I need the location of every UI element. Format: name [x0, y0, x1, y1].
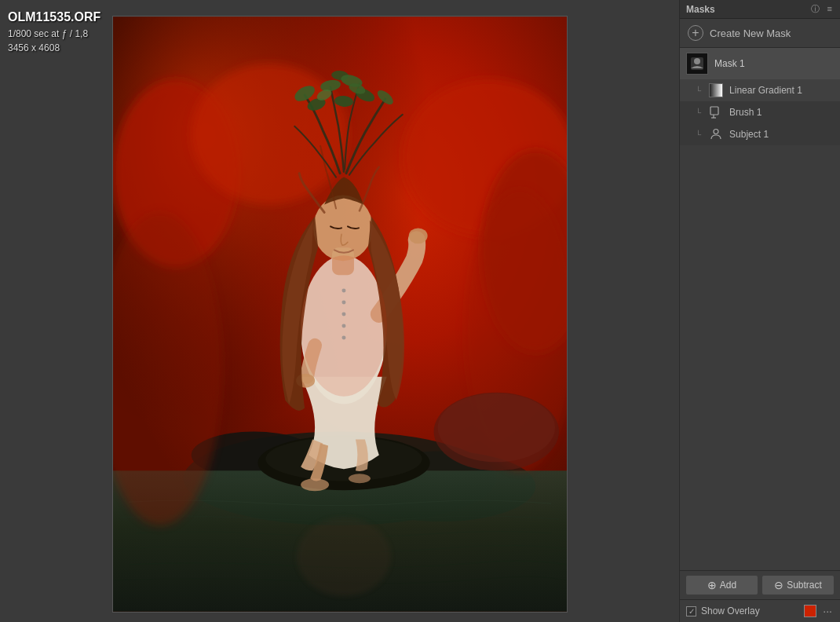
create-mask-bar: + Create New Mask: [680, 19, 840, 48]
photo-container: [0, 0, 679, 622]
svg-point-15: [348, 474, 370, 483]
overlay-color-swatch[interactable]: [804, 605, 816, 617]
panel-header-icons: ⓘ ≡: [809, 5, 834, 13]
create-new-mask-button[interactable]: +: [688, 25, 703, 41]
show-overlay-label: Show Overlay: [701, 606, 799, 617]
svg-point-14: [301, 478, 329, 491]
info-icon-button[interactable]: ⓘ: [809, 5, 821, 13]
subtract-button[interactable]: ⊖ Subtract: [762, 576, 834, 595]
filename: OLM11535.ORF: [8, 8, 100, 27]
svg-point-10: [297, 518, 391, 596]
subtract-icon: ⊖: [774, 579, 783, 591]
brush-label: Brush 1: [729, 107, 761, 118]
subtract-label: Subtract: [787, 580, 822, 591]
svg-point-32: [341, 301, 345, 305]
add-label: Add: [720, 580, 736, 591]
dimensions: 3456 x 4608: [8, 41, 100, 55]
show-overlay-checkbox[interactable]: ✓: [686, 606, 696, 617]
mask-1-label: Mask 1: [714, 58, 834, 69]
create-new-mask-label: Create New Mask: [710, 27, 791, 39]
mask-list: Mask 1 └ Linear Gradient 1 └ Brush 1 └: [680, 48, 840, 570]
expand-icon-button[interactable]: ≡: [826, 5, 834, 13]
show-overlay-bar: ✓ Show Overlay ···: [680, 599, 840, 622]
subject-1-item[interactable]: └ Subject 1: [680, 123, 840, 145]
add-button[interactable]: ⊕ Add: [686, 576, 758, 595]
plus-icon: +: [692, 27, 699, 39]
linear-gradient-icon: [709, 83, 723, 97]
linear-gradient-1-item[interactable]: └ Linear Gradient 1: [680, 79, 840, 101]
svg-point-41: [694, 58, 700, 64]
svg-point-45: [714, 130, 718, 134]
branch-icon-brush: └: [696, 108, 701, 117]
mask-actions-bar: ⊕ Add ⊖ Subtract: [680, 570, 840, 599]
svg-point-35: [341, 335, 345, 339]
photo-svg: [113, 16, 567, 612]
overlay-options-button[interactable]: ···: [821, 605, 834, 617]
exposure: 1/800 sec at ƒ / 1,8: [8, 27, 100, 41]
svg-point-31: [341, 289, 345, 293]
photo-canvas: [112, 16, 568, 613]
svg-point-19: [313, 196, 373, 262]
add-icon: ⊕: [707, 579, 717, 591]
mask-1-item[interactable]: Mask 1: [680, 48, 840, 79]
panel-title: Masks: [686, 4, 715, 15]
svg-rect-42: [710, 107, 718, 115]
svg-point-33: [341, 313, 345, 316]
subject-label: Subject 1: [729, 129, 769, 140]
person-icon: [709, 127, 723, 141]
masks-panel: Masks ⓘ ≡ + Create New Mask: [679, 0, 840, 622]
metadata-block: OLM11535.ORF 1/800 sec at ƒ / 1,8 3456 x…: [8, 8, 100, 55]
mask-1-thumbnail: [686, 53, 708, 75]
left-area: OLM11535.ORF 1/800 sec at ƒ / 1,8 3456 x…: [0, 0, 679, 622]
panel-header: Masks ⓘ ≡: [680, 0, 840, 19]
brush-icon: [709, 105, 723, 119]
brush-1-item[interactable]: └ Brush 1: [680, 101, 840, 123]
svg-point-39: [437, 393, 554, 463]
check-icon: ✓: [688, 607, 695, 616]
svg-point-34: [341, 324, 345, 327]
branch-icon-subject: └: [696, 130, 701, 139]
branch-icon: └: [696, 86, 701, 95]
linear-gradient-label: Linear Gradient 1: [729, 85, 802, 96]
svg-point-16: [408, 228, 427, 243]
